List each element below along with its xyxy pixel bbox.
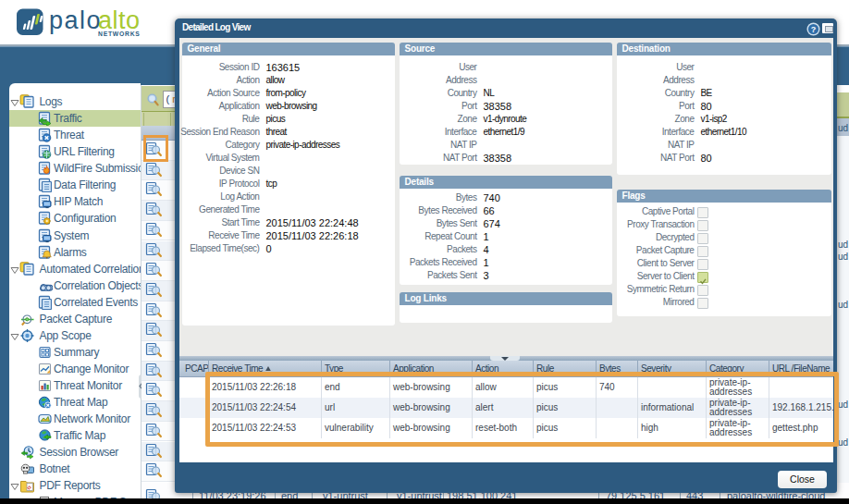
svg-text:NETWORKS: NETWORKS <box>98 31 141 37</box>
svg-text:palo: palo <box>49 7 102 34</box>
svg-text:?: ? <box>811 25 817 34</box>
